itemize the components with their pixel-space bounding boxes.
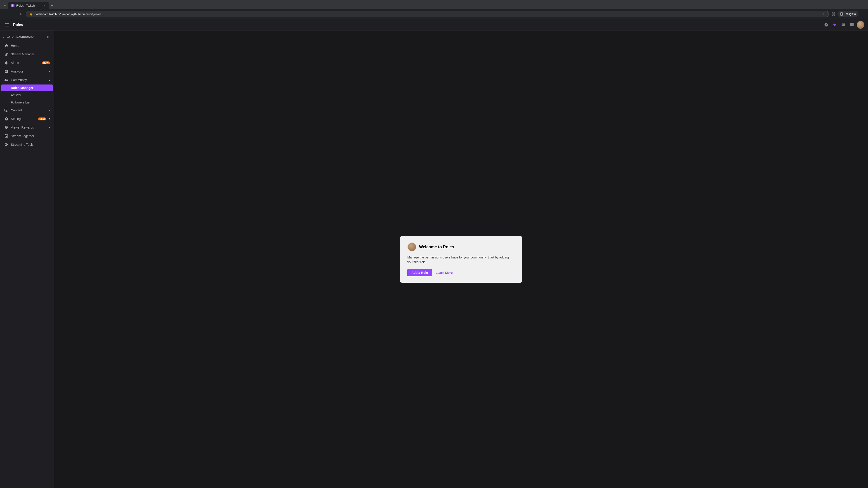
address-bar[interactable]: 🔒 dashboard.twitch.tv/u/moodjoy071/commu… (26, 11, 829, 18)
svg-rect-6 (5, 25, 9, 25)
tab-bar-back[interactable]: ▼ (2, 2, 8, 8)
sidebar-item-streaming-tools[interactable]: Streaming Tools (1, 140, 53, 149)
alerts-new-badge: NEW (42, 61, 50, 64)
extensions-btn[interactable] (830, 11, 837, 17)
sidebar-item-label-streaming-tools: Streaming Tools (11, 143, 50, 147)
welcome-title: Welcome to Roles (419, 245, 454, 250)
sidebar-sub-label-activity: Activity (11, 93, 21, 97)
svg-rect-3 (832, 14, 833, 15)
welcome-avatar (407, 242, 416, 252)
main-content: Welcome to Roles Manage the permissions … (54, 31, 868, 488)
tab-close-btn[interactable]: × (42, 4, 46, 7)
svg-rect-2 (834, 14, 835, 15)
sidebar-item-label-viewer-rewards: Viewer Rewards (11, 126, 46, 129)
welcome-card: Welcome to Roles Manage the permissions … (400, 236, 522, 283)
sidebar-item-label-community: Community (11, 78, 46, 82)
sidebar-item-settings[interactable]: Settings NEW ▾ (1, 115, 53, 123)
sidebar-item-analytics[interactable]: Analytics ▾ (1, 67, 53, 75)
url-text: dashboard.twitch.tv/u/moodjoy071/communi… (35, 12, 820, 16)
svg-marker-10 (6, 109, 7, 111)
sidebar-sub-label-roles-manager: Roles Manager (11, 86, 33, 90)
tab-title: Roles - Twitch (16, 4, 35, 7)
forward-btn[interactable]: → (10, 11, 17, 17)
app-header: Roles (0, 19, 868, 31)
sidebar-section-header: CREATOR DASHBOARD (0, 31, 54, 41)
header-left: Roles (4, 22, 23, 28)
browser-tab[interactable]: Roles - Twitch × (8, 2, 49, 9)
incognito-label: Incognito (845, 12, 856, 15)
svg-rect-5 (5, 24, 9, 24)
add-role-button[interactable]: Add a Role (407, 269, 432, 276)
sidebar-sub-label-followers-list: Followers List (11, 101, 30, 104)
viewer-rewards-icon (4, 125, 8, 130)
analytics-icon (4, 69, 8, 74)
welcome-description: Manage the permissions users have for yo… (407, 255, 515, 265)
analytics-chevron: ▾ (49, 70, 50, 73)
sidebar-item-label-content: Content (11, 108, 46, 112)
sidebar-item-home[interactable]: Home (1, 41, 53, 50)
magic-btn[interactable] (831, 21, 839, 29)
svg-point-4 (841, 13, 842, 14)
svg-rect-7 (5, 26, 9, 26)
home-icon (4, 43, 8, 48)
reload-btn[interactable]: ↻ (18, 11, 24, 17)
sidebar-item-stream-together[interactable]: Stream Together (1, 132, 53, 140)
learn-more-button[interactable]: Learn More (436, 271, 453, 274)
app: Roles CREATOR DASHBOARD (0, 19, 868, 488)
welcome-card-header: Welcome to Roles (407, 242, 515, 252)
lock-icon: 🔒 (30, 13, 33, 15)
browser-chrome: ▼ Roles - Twitch × + ← → ↻ 🔒 dashboard.t… (0, 0, 868, 19)
svg-rect-1 (834, 13, 835, 14)
sidebar-item-content[interactable]: Content ▾ (1, 106, 53, 114)
incognito-badge: Incognito (837, 11, 858, 17)
svg-point-9 (6, 54, 7, 55)
community-icon (4, 78, 8, 82)
streaming-tools-icon (4, 142, 8, 147)
alerts-icon (4, 61, 8, 65)
sidebar-item-alerts[interactable]: Alerts NEW (1, 59, 53, 67)
sidebar: CREATOR DASHBOARD Home Stream Manager (0, 31, 54, 488)
welcome-actions: Add a Role Learn More (407, 269, 515, 276)
tab-favicon (11, 4, 14, 7)
settings-chevron: ▾ (49, 117, 50, 121)
collapse-sidebar-btn[interactable] (46, 34, 51, 39)
content-icon (4, 108, 8, 112)
browser-nav: ← → ↻ 🔒 dashboard.twitch.tv/u/moodjoy071… (0, 9, 868, 19)
sidebar-item-community[interactable]: Community ▴ (1, 76, 53, 84)
stream-together-icon (4, 134, 8, 138)
viewer-rewards-chevron: ▾ (49, 126, 50, 129)
sidebar-item-label-settings: Settings (11, 117, 36, 121)
stream-manager-icon (4, 52, 8, 57)
sidebar-item-viewer-rewards[interactable]: Viewer Rewards ▾ (1, 123, 53, 131)
sidebar-sub-item-activity[interactable]: Activity (1, 92, 53, 98)
mail-btn[interactable] (839, 21, 847, 29)
sidebar-item-label-analytics: Analytics (11, 70, 46, 73)
svg-rect-8 (47, 36, 48, 38)
sidebar-item-label-alerts: Alerts (11, 61, 39, 65)
tab-bar: ▼ Roles - Twitch × + (0, 0, 868, 9)
content-chevron: ▾ (49, 109, 50, 112)
settings-icon (4, 117, 8, 121)
community-chevron: ▴ (49, 78, 50, 82)
sidebar-item-label-stream-manager: Stream Manager (11, 53, 50, 56)
nav-right-buttons: Incognito ⋮ (830, 11, 865, 17)
page-title: Roles (13, 23, 23, 27)
browser-menu-btn[interactable]: ⋮ (859, 11, 865, 17)
avatar-image (857, 21, 864, 29)
sidebar-item-label-stream-together: Stream Together (11, 134, 50, 138)
new-tab-btn[interactable]: + (49, 2, 55, 8)
avatar[interactable] (857, 21, 864, 29)
notifications-btn[interactable] (848, 21, 856, 29)
incognito-icon (840, 12, 843, 16)
sidebar-sub-item-roles-manager[interactable]: Roles Manager (1, 85, 53, 91)
app-body: CREATOR DASHBOARD Home Stream Manager (0, 31, 868, 488)
sidebar-item-label-home: Home (11, 44, 50, 47)
sidebar-item-stream-manager[interactable]: Stream Manager (1, 50, 53, 58)
settings-new-badge: NEW (38, 118, 46, 121)
help-btn[interactable] (822, 21, 830, 29)
sidebar-sub-item-followers-list[interactable]: Followers List (1, 99, 53, 106)
hamburger-btn[interactable] (4, 22, 10, 28)
bookmark-icon: ☆ (822, 12, 825, 16)
header-right (822, 21, 864, 29)
back-btn[interactable]: ← (3, 11, 9, 17)
